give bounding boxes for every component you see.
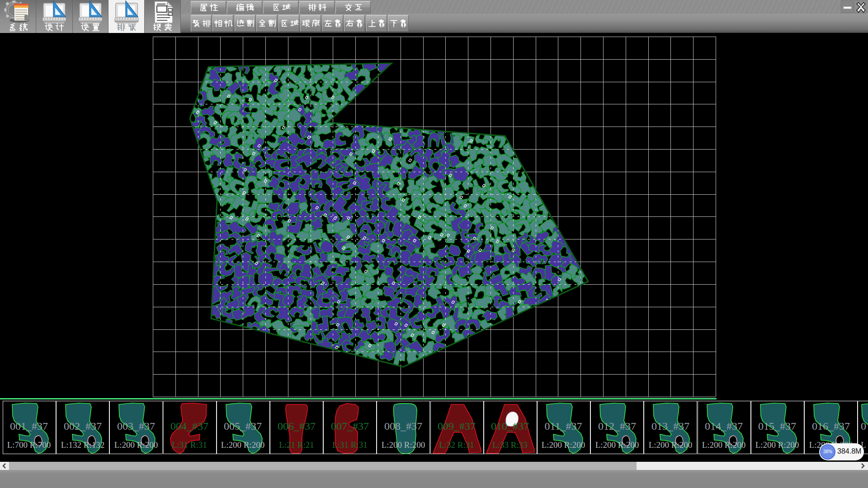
svg-text:L:200 R:200: L:200 R:200 xyxy=(755,440,799,450)
svg-text:L:700 R:700: L:700 R:700 xyxy=(7,440,51,450)
svg-text:L:200 R:200: L:200 R:200 xyxy=(221,440,265,450)
svg-text:006_#37: 006_#37 xyxy=(278,420,316,432)
svg-text:0: 0 xyxy=(861,420,866,432)
svg-text:L:200 R:200: L:200 R:200 xyxy=(542,440,585,450)
svg-text:005_#37: 005_#37 xyxy=(224,420,262,432)
svg-text:009_#37: 009_#37 xyxy=(438,420,476,432)
svg-text:L:200 R:200: L:200 R:200 xyxy=(114,440,158,450)
svg-text:L:200 R:200: L:200 R:200 xyxy=(702,440,746,450)
svg-text:002_#37: 002_#37 xyxy=(64,420,102,432)
svg-text:008_#37: 008_#37 xyxy=(384,420,422,432)
svg-text:012_#37: 012_#37 xyxy=(598,420,636,432)
svg-text:016_#37: 016_#37 xyxy=(812,420,850,432)
svg-text:L:200 R:200: L:200 R:200 xyxy=(382,440,425,450)
svg-text:L:200 R:200: L:200 R:200 xyxy=(649,440,693,450)
svg-text:010_#37: 010_#37 xyxy=(491,420,529,432)
svg-text:007_#37: 007_#37 xyxy=(331,420,369,432)
svg-text:L:132 R:132: L:132 R:132 xyxy=(61,440,105,450)
svg-text:014_#37: 014_#37 xyxy=(705,420,743,432)
svg-text:013_#37: 013_#37 xyxy=(651,420,689,432)
svg-text:003_#37: 003_#37 xyxy=(117,420,155,432)
svg-text:011_#37: 011_#37 xyxy=(544,420,582,432)
svg-text:L:32 R:31: L:32 R:31 xyxy=(439,440,474,450)
svg-text:001_#37: 001_#37 xyxy=(10,420,48,432)
svg-text:L:31 R:31: L:31 R:31 xyxy=(332,440,368,450)
svg-text:L:31 R:31: L:31 R:31 xyxy=(172,440,207,450)
svg-text:004_#37: 004_#37 xyxy=(170,420,208,432)
svg-text:L:33 R:33: L:33 R:33 xyxy=(492,440,528,450)
svg-text:L:200 R:200: L:200 R:200 xyxy=(595,440,639,450)
svg-text:015_#37: 015_#37 xyxy=(758,420,796,432)
svg-text:L:21 R:21: L:21 R:21 xyxy=(279,440,314,450)
